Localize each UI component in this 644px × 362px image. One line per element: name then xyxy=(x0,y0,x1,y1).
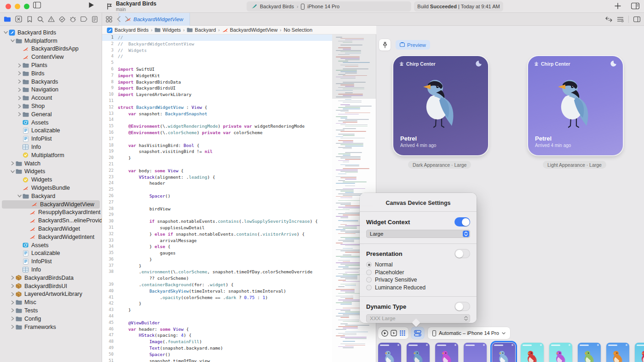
code-line-42[interactable]: 42 } xyxy=(102,300,332,307)
navigator-item-general[interactable]: General xyxy=(0,110,102,119)
navigator-item-widgets[interactable]: Widgets xyxy=(0,168,102,176)
presentation-option-placeholder[interactable]: Placeholder xyxy=(366,269,470,277)
navigator-item-info[interactable]: Info xyxy=(0,143,102,151)
code-line-18[interactable]: 18 var hasVisitingBird: Bool { xyxy=(102,142,332,149)
navigator-item-account[interactable]: Account xyxy=(0,94,102,102)
navigator-item-infoplist[interactable]: InfoPlist xyxy=(0,135,102,143)
navigator-item-info[interactable]: Info xyxy=(0,266,102,274)
navigator-item-navigation[interactable]: Navigation xyxy=(0,86,102,94)
code-line-48[interactable]: 48 Image(.fountainFill) xyxy=(102,339,332,345)
presentation-toggle[interactable] xyxy=(454,249,470,258)
navigator-item-resupplybackyardintent[interactable]: ResupplyBackyardIntent xyxy=(0,209,102,217)
code-line-45[interactable]: 45 @ViewBuilder xyxy=(102,320,332,326)
code-line-36[interactable]: 36 } xyxy=(102,256,332,263)
code-review-icon[interactable] xyxy=(605,17,612,22)
code-line-wrap[interactable]: ?? colorScheme) xyxy=(102,275,332,282)
code-line-23[interactable]: 23 VStack(alignment: .leading) { xyxy=(102,174,332,181)
disclosure-triangle[interactable] xyxy=(17,79,22,84)
navigator-item-contentview[interactable]: ContentView xyxy=(0,53,102,61)
code-line-33[interactable]: 33 arrivalMessage xyxy=(102,238,332,244)
code-line-14[interactable]: 14 xyxy=(102,117,332,123)
navigator-item-backyard[interactable]: Backyard xyxy=(0,192,102,200)
code-line-21[interactable]: 21 xyxy=(102,161,332,168)
navigator-item-birds[interactable]: Birds xyxy=(0,69,102,78)
activity-status[interactable]: Build Succeeded | Today at 9:41 AM xyxy=(414,1,503,11)
navigator-tab-reports[interactable] xyxy=(92,15,98,23)
dynamic-type-toggle[interactable] xyxy=(454,302,470,311)
navigator-item-assets[interactable]: Assets xyxy=(0,119,102,127)
code-line-31[interactable]: 31 suppliesLowDetail xyxy=(102,225,332,231)
variant-thumbnail-7[interactable] xyxy=(549,343,572,362)
navigator-item-backyards[interactable]: Backyards xyxy=(0,78,102,86)
forward-icon[interactable] xyxy=(125,16,129,22)
inspector-toggle-icon[interactable] xyxy=(633,17,640,22)
disclosure-triangle[interactable] xyxy=(10,161,15,165)
code-line-3[interactable]: 3// Widgets xyxy=(102,47,332,54)
code-line-20[interactable]: 20 } xyxy=(102,155,332,161)
code-line-35[interactable]: 35 gauges xyxy=(102,250,332,256)
code-line-28[interactable]: 28 birdView xyxy=(102,206,332,212)
navigator-tab-issues[interactable] xyxy=(48,15,55,23)
code-line-7[interactable]: 7import WidgetKit xyxy=(102,73,332,79)
code-line-47[interactable]: 47 HStack(spacing: 4) { xyxy=(102,332,332,339)
back-icon[interactable] xyxy=(117,16,121,22)
navigator-item-multiplatform[interactable]: Multiplatform xyxy=(0,151,102,159)
scheme-selector[interactable]: Backyard Birds › iPhone 14 Pro xyxy=(247,1,411,11)
widget-preview-light[interactable]: Chirp Center Petrel Arrived 4 min ago xyxy=(528,56,623,155)
breadcrumb-item[interactable]: No Selection xyxy=(284,27,312,33)
code-line-2[interactable]: 2// BackyardWidgetContentView xyxy=(102,41,332,47)
editor-layout-button[interactable] xyxy=(631,3,639,9)
code-line-41[interactable]: 41 .opacity(colorScheme == .dark ? 0.75 … xyxy=(102,294,332,301)
navigator-item-backyardbirdsapp[interactable]: BackyardBirdsApp xyxy=(0,45,102,53)
variant-thumbnail-8[interactable] xyxy=(578,343,601,362)
presentation-option-luminance-reduced[interactable]: Luminance Reduced xyxy=(366,284,470,292)
pin-preview-button[interactable] xyxy=(379,39,391,51)
navigator-item-localizable[interactable]: Localizable xyxy=(0,127,102,135)
navigator-tab-project-navigator-selected[interactable] xyxy=(4,15,11,23)
disclosure-triangle[interactable] xyxy=(17,112,22,116)
disclosure-triangle[interactable] xyxy=(3,30,8,34)
navigator-item-backyardbirdsui[interactable]: BackyardBirdsUI xyxy=(0,282,102,290)
variants-icon[interactable] xyxy=(399,330,406,336)
breadcrumb-item[interactable]: Backyard xyxy=(187,27,216,33)
breadcrumb-item[interactable]: Backyard Birds xyxy=(107,27,149,33)
related-items-icon[interactable] xyxy=(106,16,112,23)
widget-preview-dark[interactable]: Chirp Center Petrel Arrived 4 min ago xyxy=(393,56,488,155)
code-line-24[interactable]: 24 header xyxy=(102,180,332,187)
code-line-12[interactable]: 12struct BackyardWidgetView : View { xyxy=(102,104,332,111)
selectable-preview-icon[interactable] xyxy=(391,330,397,336)
jump-bar[interactable]: Backyard Birds›Widgets›Backyard›Backyard… xyxy=(102,26,376,34)
navigator-tab-find[interactable] xyxy=(37,15,43,23)
disclosure-triangle[interactable] xyxy=(10,308,15,312)
variant-thumbnail-10[interactable] xyxy=(635,343,644,362)
variant-thumbnail-2[interactable] xyxy=(407,343,430,362)
disclosure-triangle[interactable] xyxy=(17,194,22,198)
navigator-tab-breakpoints[interactable] xyxy=(80,15,87,23)
code-line-46[interactable]: 46 var header: some View { xyxy=(102,326,332,333)
navigator-item-backyard-birds[interactable]: Backyard Birds xyxy=(0,28,102,37)
disclosure-triangle[interactable] xyxy=(10,284,15,288)
navigator-item-frameworks[interactable]: Frameworks xyxy=(0,323,102,331)
disclosure-triangle[interactable] xyxy=(17,88,22,92)
breadcrumb-item[interactable]: BackyardWidgetView xyxy=(222,27,278,33)
code-line-4[interactable]: 4// xyxy=(102,53,332,60)
navigator-item-config[interactable]: Config xyxy=(0,315,102,323)
live-preview-icon[interactable] xyxy=(381,330,388,337)
code-line-29[interactable]: 29 xyxy=(102,212,332,218)
disclosure-triangle[interactable] xyxy=(10,39,15,43)
code-line-40[interactable]: 40 BackyardSkyView(timeInterval: snapsho… xyxy=(102,288,332,294)
disclosure-triangle[interactable] xyxy=(17,71,22,75)
navigator-item-misc[interactable]: Misc xyxy=(0,298,102,306)
navigator-item-backyardwidgetview[interactable]: BackyardWidgetView xyxy=(2,200,100,209)
code-line-37[interactable]: 37 } xyxy=(102,263,332,269)
variant-thumbnail-4[interactable] xyxy=(464,343,487,362)
code-line-10[interactable]: 10import LayeredArtworkLibrary xyxy=(102,91,332,98)
code-line-11[interactable]: 11 xyxy=(102,98,332,104)
code-line-17[interactable]: 17 xyxy=(102,136,332,142)
preview-device-selector[interactable]: Automatic – iPhone 14 Pro xyxy=(428,327,510,339)
navigator-item-infoplist[interactable]: InfoPlist xyxy=(0,257,102,266)
variant-thumbnail-3[interactable] xyxy=(435,343,458,362)
code-line-49[interactable]: 49 Text(snapshot.backyard.name) xyxy=(102,345,332,351)
code-line-1[interactable]: 1// xyxy=(102,34,332,41)
code-line-30[interactable]: 30 if snapshot.notableEvents.contains(.l… xyxy=(102,218,332,225)
